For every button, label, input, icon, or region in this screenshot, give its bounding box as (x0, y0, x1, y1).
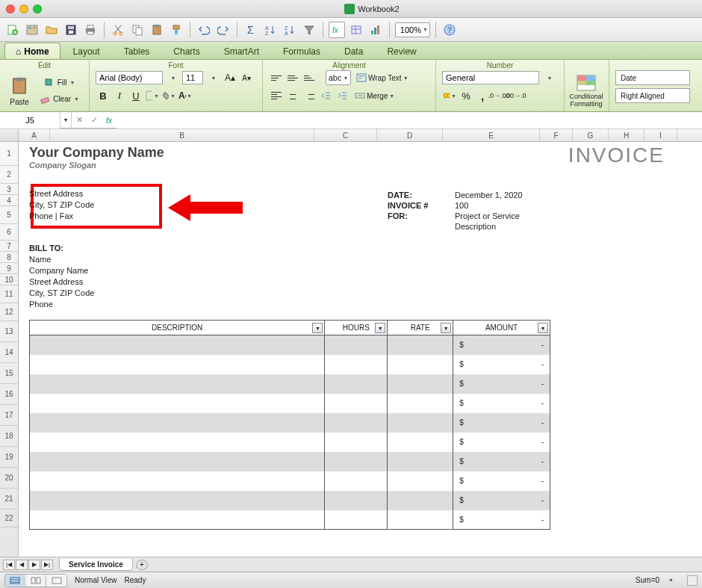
status-sum-dropdown[interactable]: ▼ (668, 578, 674, 583)
merge-button[interactable]: Merge▼ (351, 88, 398, 103)
show-formulas-button[interactable] (348, 22, 364, 38)
currency-button[interactable]: ▼ (442, 88, 457, 103)
row-header-15[interactable]: 15 (0, 363, 18, 384)
table-row[interactable]: $- (30, 471, 550, 491)
autosum-button[interactable]: Σ (243, 22, 259, 38)
table-row[interactable]: $- (30, 413, 550, 433)
row-header-11[interactable]: 11 (0, 285, 18, 303)
table-row[interactable]: $- (30, 452, 550, 471)
column-header-C[interactable]: C (314, 129, 377, 141)
conditional-formatting-button[interactable]: Conditional Formatting (571, 72, 602, 110)
copy-button[interactable] (129, 22, 146, 38)
close-window-button[interactable] (6, 4, 15, 13)
shrink-font-button[interactable]: A▾ (239, 70, 254, 85)
help-button[interactable]: ? (441, 22, 458, 38)
minimize-window-button[interactable] (19, 4, 28, 13)
font-name-input[interactable] (96, 71, 163, 84)
border-button[interactable]: ▼ (145, 88, 160, 103)
paste-button[interactable] (149, 22, 165, 38)
view-normal-button[interactable] (5, 575, 25, 587)
row-header-6[interactable]: 6 (0, 224, 18, 241)
open-template-button[interactable] (24, 22, 40, 38)
row-header-18[interactable]: 18 (0, 426, 18, 447)
cell-style-right-aligned[interactable]: Right Aligned (615, 88, 690, 103)
row-header-9[interactable]: 9 (0, 263, 18, 274)
wrap-text-button[interactable]: Wrap Text▼ (352, 70, 412, 85)
filter-button[interactable] (301, 22, 317, 38)
row-header-8[interactable]: 8 (0, 252, 18, 263)
view-page-layout-button[interactable] (26, 575, 46, 587)
zoom-input[interactable] (397, 25, 421, 34)
tab-review[interactable]: Review (376, 43, 427, 59)
fill-button[interactable]: Fill▼ (40, 75, 79, 90)
bold-button[interactable]: B (96, 88, 111, 103)
sheet-nav-next[interactable]: ▶ (28, 560, 40, 570)
filter-button-rate[interactable]: ▼ (441, 323, 451, 333)
chart-button[interactable] (367, 22, 384, 38)
sheet-nav-prev[interactable]: ◀ (16, 560, 28, 570)
row-header-14[interactable]: 14 (0, 342, 18, 363)
format-painter-button[interactable] (168, 22, 184, 38)
row-header-4[interactable]: 4 (0, 195, 18, 206)
row-header-21[interactable]: 21 (0, 489, 18, 510)
print-button[interactable] (82, 22, 99, 38)
tab-tables[interactable]: Tables (113, 43, 161, 59)
tab-home[interactable]: ⌂Home (4, 43, 60, 59)
row-header-20[interactable]: 20 (0, 468, 18, 489)
column-header-F[interactable]: F (540, 129, 573, 141)
name-box-dropdown[interactable]: ▼ (60, 112, 72, 129)
row-header-13[interactable]: 13 (0, 321, 18, 342)
sheet-nav-first[interactable]: |◀ (3, 560, 15, 570)
font-size-input[interactable] (182, 71, 203, 84)
table-row[interactable]: $- (30, 355, 550, 374)
accept-formula-button[interactable]: ✓ (87, 113, 102, 128)
number-format-dropdown[interactable]: ▼ (542, 70, 557, 85)
tab-charts[interactable]: Charts (162, 43, 211, 59)
formula-input[interactable] (117, 112, 702, 129)
row-header-19[interactable]: 19 (0, 447, 18, 468)
filter-button-amount[interactable]: ▼ (538, 323, 548, 333)
font-color-button[interactable]: A▼ (178, 88, 193, 103)
row-header-12[interactable]: 12 (0, 303, 18, 321)
select-all-corner[interactable] (0, 129, 19, 141)
row-header-3[interactable]: 3 (0, 184, 18, 195)
column-header-H[interactable]: H (609, 129, 644, 141)
align-center-button[interactable] (285, 88, 300, 103)
tab-data[interactable]: Data (333, 43, 374, 59)
clear-button[interactable]: Clear▼ (36, 92, 83, 107)
italic-button[interactable]: I (112, 88, 127, 103)
filter-button-hours[interactable]: ▼ (375, 323, 385, 333)
grow-font-button[interactable]: A▴ (223, 70, 237, 85)
increase-indent-button[interactable] (335, 88, 350, 103)
column-header-G[interactable]: G (573, 129, 609, 141)
table-row[interactable]: $- (30, 374, 550, 394)
align-right-button[interactable] (302, 88, 317, 103)
cut-button[interactable] (110, 22, 126, 38)
row-header-10[interactable]: 10 (0, 274, 18, 285)
add-sheet-button[interactable]: + (136, 560, 148, 570)
row-header-22[interactable]: 22 (0, 510, 18, 527)
table-row[interactable]: $- (30, 510, 550, 530)
row-header-2[interactable]: 2 (0, 166, 18, 184)
cell-style-date[interactable]: Date (615, 70, 690, 85)
column-header-A[interactable]: A (19, 129, 50, 141)
table-row[interactable]: $- (30, 394, 550, 413)
align-middle-button[interactable] (285, 70, 300, 85)
redo-button[interactable] (215, 22, 232, 38)
save-button[interactable] (63, 22, 79, 38)
column-header-E[interactable]: E (443, 129, 540, 141)
row-header-17[interactable]: 17 (0, 405, 18, 426)
table-row[interactable]: $- (30, 491, 550, 510)
decrease-decimal-button[interactable]: .00→.0 (508, 88, 523, 103)
open-button[interactable] (43, 22, 60, 38)
tab-smartart[interactable]: SmartArt (213, 43, 270, 59)
fx-button[interactable]: fx (329, 22, 345, 38)
number-format-input[interactable] (442, 71, 539, 84)
sort-asc-button[interactable]: AZ (262, 22, 279, 38)
cells-area[interactable]: Your Company Name Company Slogan INVOICE… (19, 142, 702, 557)
align-top-button[interactable] (269, 70, 284, 85)
column-header-B[interactable]: B (50, 129, 314, 141)
row-header-7[interactable]: 7 (0, 241, 18, 252)
tab-formulas[interactable]: Formulas (272, 43, 332, 59)
paste-big-button[interactable]: Paste (6, 72, 33, 110)
